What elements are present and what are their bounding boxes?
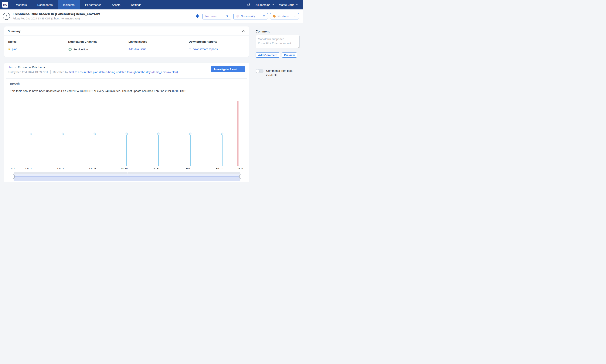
incident-table-link[interactable]: plan <box>8 65 13 69</box>
update-event-diamond-marker[interactable] <box>61 132 65 136</box>
chart-gridline <box>60 101 60 166</box>
nav-tab-dashboards[interactable]: Dashboards <box>32 0 58 9</box>
nav-tabs: MonitorsDashboardsIncidentsPerformanceAs… <box>11 0 146 9</box>
comment-buttons: Add Comment Preview <box>256 52 300 58</box>
x-axis-label: Jan 31 <box>152 167 159 170</box>
comment-input[interactable] <box>256 35 300 48</box>
detected-by-monitor-link[interactable]: Test to ensure that plan data is being u… <box>69 70 178 74</box>
table-link-plan[interactable]: plan <box>12 47 17 51</box>
servicenow-icon <box>68 47 72 51</box>
incident-title-block: Freshness Rule breach in [Lakehouse] dem… <box>13 12 100 20</box>
incident-detected-time: Friday Feb 2nd 2024 13:39 CST <box>8 70 48 74</box>
divider <box>256 82 300 82</box>
domain-selector[interactable]: All domains <box>256 3 274 6</box>
linked-issues-label: Linked Issues <box>129 40 189 43</box>
incident-timestamp: Friday Feb 2nd 2024 13:39 CST (1 hour, 4… <box>13 17 100 20</box>
nav-spacer <box>146 0 247 9</box>
detected-by-prefix: Detected by <box>53 70 68 74</box>
main-column: Summary Tables ★ plan Notification Chann… <box>4 26 249 182</box>
update-event-stem <box>222 135 223 166</box>
owner-dropdown[interactable]: No owner <box>202 13 231 19</box>
triangle-down-icon <box>226 15 228 17</box>
update-event-stem <box>31 135 31 166</box>
summary-card: Summary Tables ★ plan Notification Chann… <box>4 26 249 57</box>
nav-tab-performance[interactable]: Performance <box>80 0 106 9</box>
chart-x-axis: 12:47Jan 27Jan 28Jan 29Jan 30Jan 31FebFe… <box>13 166 240 170</box>
nav-tab-incidents[interactable]: Incidents <box>58 0 80 9</box>
navigator-band-bottom <box>13 177 240 181</box>
notifications-bell-icon[interactable] <box>247 3 251 7</box>
severity-dropdown-label: No severity <box>241 14 255 18</box>
navigator-range-area[interactable] <box>13 174 240 181</box>
investigate-asset-label: Investigate Asset <box>214 68 237 71</box>
nav-tab-label: Performance <box>85 3 101 6</box>
chart-navigator <box>13 172 240 181</box>
update-event-diamond-marker[interactable] <box>29 132 32 136</box>
status-dropdown-label: No status <box>277 14 290 18</box>
update-event-stem <box>190 135 191 166</box>
update-event-diamond-marker[interactable] <box>93 132 96 136</box>
chevron-down-icon <box>296 4 298 5</box>
investigate-asset-button[interactable]: Investigate Asset → <box>211 66 245 72</box>
navigator-left-handle[interactable] <box>13 174 14 179</box>
nav-tab-label: Incidents <box>63 3 74 6</box>
scrollbar-grip-icon <box>126 172 126 173</box>
x-axis-label: Feb <box>186 167 190 170</box>
account-menu-label: Monte Carlo <box>279 3 294 6</box>
update-event-diamond-marker[interactable] <box>189 132 192 136</box>
update-event-diamond-marker[interactable] <box>157 132 160 136</box>
tables-label: Tables <box>8 40 68 43</box>
chevron-down-icon <box>272 4 274 5</box>
domain-selector-label: All domains <box>256 3 270 6</box>
downstream-reports-link[interactable]: 31 downstream reports <box>189 47 218 51</box>
content-area: Summary Tables ★ plan Notification Chann… <box>0 23 303 182</box>
x-axis-label: Jan 28 <box>57 167 64 170</box>
preview-button[interactable]: Preview <box>282 52 297 58</box>
past-comments-toggle-label: Comments from past incidents <box>266 69 300 77</box>
x-axis-label: 15:32 <box>237 167 243 170</box>
breach-highlight-bar[interactable] <box>237 101 239 166</box>
star-icon[interactable]: ★ <box>8 47 11 51</box>
nav-right-controls: All domains Monte Carlo <box>247 0 303 9</box>
collapse-chevron-up-icon[interactable] <box>242 30 245 32</box>
x-axis-label: 12:47 <box>11 167 16 170</box>
nav-tab-monitors[interactable]: Monitors <box>11 0 32 9</box>
incident-detail-card: Investigate Asset → plan - Freshness Rul… <box>4 62 249 182</box>
monte-carlo-logo[interactable]: MC <box>2 2 8 8</box>
scrollbar-grip-icon <box>127 172 128 173</box>
update-event-diamond-marker[interactable] <box>221 132 224 136</box>
navigator-right-handle[interactable] <box>239 174 241 179</box>
summary-col-tables: Tables ★ plan <box>8 40 68 51</box>
x-axis-label: Jan 29 <box>89 167 96 170</box>
incident-rule-name: Freshness Rule breach <box>18 65 47 69</box>
nav-tab-assets[interactable]: Assets <box>106 0 126 9</box>
arrow-right-icon: → <box>239 68 242 71</box>
chart-gridline <box>188 101 188 166</box>
breach-section-title: Breach <box>10 82 249 85</box>
notification-channels-label: Notification Channels <box>68 40 129 43</box>
severity-dropdown[interactable]: No severity <box>234 13 268 19</box>
nav-tab-label: Assets <box>112 3 120 6</box>
x-axis-label: Feb 02 <box>216 167 224 170</box>
chevron-down-icon <box>294 15 296 17</box>
status-dropdown[interactable]: No status <box>270 13 299 19</box>
jira-icon[interactable] <box>195 14 200 18</box>
summary-card-header[interactable]: Summary <box>4 26 249 36</box>
navigator-scrollbar[interactable] <box>13 172 240 174</box>
past-comments-toggle-row: Comments from past incidents <box>256 69 300 77</box>
chart-gridline <box>92 101 92 166</box>
comments-from-past-incidents-toggle[interactable] <box>256 69 263 73</box>
nav-tab-label: Settings <box>131 3 141 6</box>
update-event-diamond-marker[interactable] <box>125 132 128 136</box>
add-jira-issue-link[interactable]: Add Jira Issue <box>129 47 146 51</box>
add-comment-button[interactable]: Add Comment <box>256 52 280 58</box>
comment-section-title: Comment <box>256 30 300 33</box>
toggle-knob <box>256 69 259 73</box>
back-button[interactable] <box>3 13 10 20</box>
nav-tab-settings[interactable]: Settings <box>126 0 146 9</box>
account-menu[interactable]: Monte Carlo <box>279 3 298 6</box>
breach-description: This table should have been updated on F… <box>10 89 243 92</box>
nav-tab-label: Dashboards <box>37 3 53 6</box>
downstream-reports-label: Downstream Reports <box>189 40 245 43</box>
chart-gridline <box>124 101 124 166</box>
